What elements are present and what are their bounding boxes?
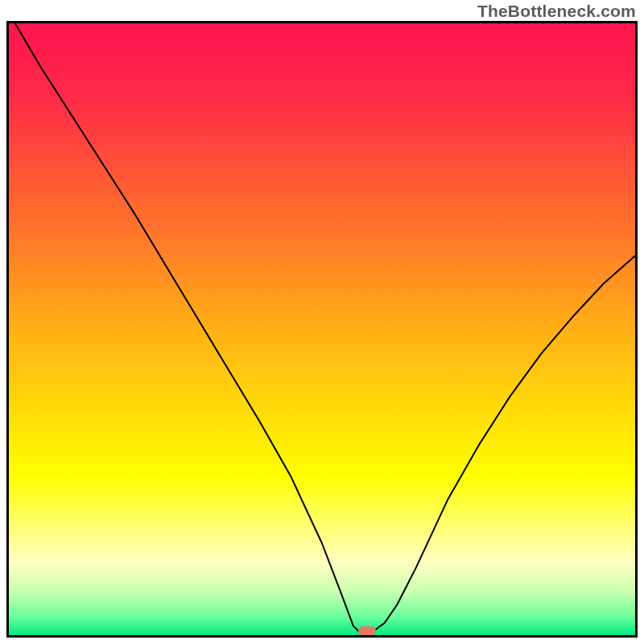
bottleneck-chart: TheBottleneck.com: [0, 0, 644, 644]
chart-svg: [0, 0, 644, 644]
optimal-marker: [358, 626, 376, 635]
watermark-text: TheBottleneck.com: [477, 2, 636, 21]
